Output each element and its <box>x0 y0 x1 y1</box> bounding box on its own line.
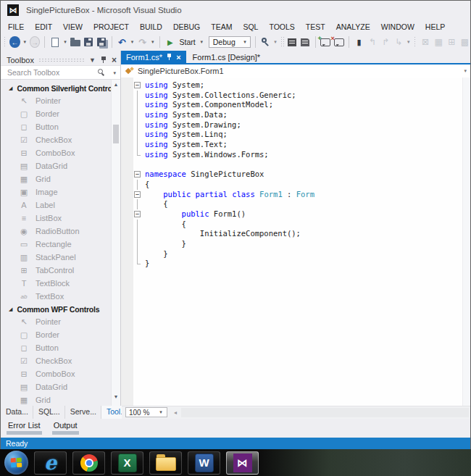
code-editor[interactable]: −using System;using System.Collections.G… <box>121 78 470 406</box>
navigation-bar[interactable]: SinglePictureBox.Form1 ▾ <box>121 64 470 78</box>
small-grid-icon[interactable]: ⊞ <box>446 36 457 49</box>
bookmark-overflow-button[interactable]: ▾ <box>407 39 411 45</box>
collapse-box-icon[interactable]: − <box>134 191 141 198</box>
toolbox-item-datagrid[interactable]: ▤DataGrid <box>1 159 111 172</box>
menu-file[interactable]: FILE <box>8 22 24 31</box>
tab-form1-cs[interactable]: Form1.cs* × <box>121 51 186 63</box>
toolbox-item-button[interactable]: ◻Button <box>1 341 111 354</box>
toolbox-item-button[interactable]: ◻Button <box>1 120 111 133</box>
toolbox-item-image[interactable]: ▣Image <box>1 185 111 199</box>
visual-studio-taskbar-button[interactable]: ⋈ <box>226 451 259 475</box>
undo-button[interactable]: ↶ <box>117 36 128 49</box>
toolbox-item-combobox[interactable]: ⊟ComboBox <box>1 146 111 159</box>
menu-tools[interactable]: TOOLS <box>269 22 294 31</box>
save-button[interactable] <box>83 36 94 49</box>
close-icon[interactable]: × <box>112 57 117 64</box>
box-selection-icon[interactable]: ⊠ <box>420 36 430 49</box>
undo-dropdown[interactable]: ▾ <box>130 39 135 45</box>
pin-icon[interactable] <box>167 54 172 61</box>
word-taskbar-button[interactable]: W <box>188 451 220 475</box>
outline-gutter[interactable]: − <box>133 190 145 200</box>
navigate-forward-button[interactable]: → <box>30 36 40 48</box>
toolbox-item-tabcontrol[interactable]: ⊞TabControl <box>1 264 111 277</box>
collapse-box-icon[interactable]: − <box>134 171 141 178</box>
comment-selection-button[interactable] <box>287 36 298 49</box>
collapse-box-icon[interactable]: − <box>134 82 141 88</box>
horizontal-scrollbar[interactable] <box>181 408 469 417</box>
toolbox-drag-grip[interactable] <box>38 58 84 63</box>
redo-button[interactable]: ↷ <box>137 36 148 49</box>
menu-help[interactable]: HELP <box>425 22 445 31</box>
excel-taskbar-button[interactable]: X <box>111 451 143 475</box>
toolbar-grip[interactable] <box>414 36 417 48</box>
new-item-dropdown[interactable]: ▾ <box>62 39 67 45</box>
find-in-files-button[interactable] <box>260 36 271 49</box>
internet-explorer-taskbar-button[interactable]: e <box>34 451 67 475</box>
pin-icon[interactable] <box>101 57 107 64</box>
toolbox-group-common-wpf-controls[interactable]: ◢Common WPF Controls <box>1 303 111 315</box>
toolbox-item-rectangle[interactable]: ▭Rectangle <box>1 238 111 251</box>
menu-window[interactable]: WINDOW <box>381 22 414 31</box>
outline-gutter[interactable]: − <box>133 209 145 220</box>
toolbar-grip[interactable] <box>280 36 283 48</box>
navigate-backward-button[interactable]: ← <box>9 36 20 48</box>
menu-sql[interactable]: SQL <box>243 22 258 31</box>
close-icon[interactable]: × <box>176 54 180 61</box>
search-options-dropdown[interactable]: ▾ <box>113 70 116 76</box>
chrome-taskbar-button[interactable] <box>72 451 105 475</box>
start-dropdown[interactable]: ▾ <box>199 39 204 45</box>
outline-gutter[interactable]: − <box>133 80 145 91</box>
toolbox-item-grid[interactable]: ▦Grid <box>1 172 111 185</box>
tab-form1-cs-design[interactable]: Form1.cs [Design]* <box>186 51 267 63</box>
toolbox-item-listbox[interactable]: ≡ListBox <box>1 212 111 225</box>
zoom-select[interactable]: 100 % ▾ <box>125 407 167 417</box>
menu-test[interactable]: TEST <box>306 22 325 31</box>
start-debug-button[interactable]: Start <box>179 38 195 46</box>
toolbar-grip[interactable] <box>4 36 7 48</box>
toolbox-item-grid[interactable]: ▦Grid <box>1 393 111 406</box>
menu-build[interactable]: BUILD <box>140 22 162 31</box>
toolbox-item-checkbox[interactable]: ☑CheckBox <box>1 354 111 367</box>
menu-debug[interactable]: DEBUG <box>173 22 200 31</box>
editor-vertical-scrollbar[interactable] <box>462 78 470 406</box>
file-explorer-taskbar-button[interactable] <box>149 451 182 475</box>
toolbox-item-textbox[interactable]: abTextBox <box>1 290 111 303</box>
solution-configurations-select[interactable]: Debug ▾ <box>209 36 251 48</box>
window-tab-output[interactable]: Output <box>52 419 79 438</box>
toolbox-item-stackpanel[interactable]: ▥StackPanel <box>1 251 111 264</box>
scroll-left-icon[interactable]: ◂ <box>174 409 177 416</box>
toggle-bookmark-button[interactable]: ▮ <box>354 36 364 49</box>
panel-tab-serve[interactable]: Serve... <box>65 406 101 419</box>
window-tab-error-list[interactable]: Error List <box>7 419 42 438</box>
chevron-down-icon[interactable]: ▾ <box>464 68 467 74</box>
scroll-up-icon[interactable]: ▲ <box>112 82 120 87</box>
delete-comment-button[interactable]: × <box>333 36 344 49</box>
toolbox-item-radiobutton[interactable]: ◉RadioButton <box>1 225 111 238</box>
new-item-button[interactable] <box>49 36 60 49</box>
start-button[interactable] <box>4 451 28 475</box>
add-comment-button[interactable]: + <box>320 36 331 49</box>
outline-gutter[interactable]: − <box>133 170 145 180</box>
toolbox-item-label[interactable]: ALabel <box>1 199 111 212</box>
menu-view[interactable]: VIEW <box>63 22 83 31</box>
toolbox-item-border[interactable]: ▢Border <box>1 328 111 341</box>
toolbar-overflow-button[interactable]: ▾ <box>273 39 278 45</box>
menu-edit[interactable]: EDIT <box>35 22 52 31</box>
toolbox-scrollbar[interactable]: ▲ ▼ <box>111 80 120 406</box>
breadcrumb[interactable]: SinglePictureBox.Form1 <box>138 67 224 75</box>
window-position-dropdown[interactable]: ▼ <box>89 57 96 64</box>
toolbox-item-pointer[interactable]: ↖Pointer <box>1 315 111 328</box>
toolbox-item-combobox[interactable]: ⊟ComboBox <box>1 367 111 380</box>
toolbox-item-pointer[interactable]: ↖Pointer <box>1 94 111 107</box>
panel-tab-sql[interactable]: SQL... <box>33 406 65 419</box>
show-grid-icon[interactable]: ▦ <box>433 36 444 49</box>
open-file-button[interactable] <box>70 36 81 49</box>
toolbox-item-checkbox[interactable]: ☑CheckBox <box>1 133 111 146</box>
toolbox-item-datagrid[interactable]: ▤DataGrid <box>1 380 111 393</box>
uncomment-selection-button[interactable] <box>300 36 311 49</box>
navigate-backward-dropdown[interactable]: ▾ <box>22 39 28 45</box>
collapse-box-icon[interactable]: − <box>134 211 141 217</box>
clear-bookmarks-button[interactable]: ↳ <box>393 36 404 49</box>
toolbox-group-common-silverlight-controls[interactable]: ◢Common Silverlight Controls <box>1 82 111 94</box>
large-grid-icon[interactable]: ▩ <box>459 36 470 49</box>
